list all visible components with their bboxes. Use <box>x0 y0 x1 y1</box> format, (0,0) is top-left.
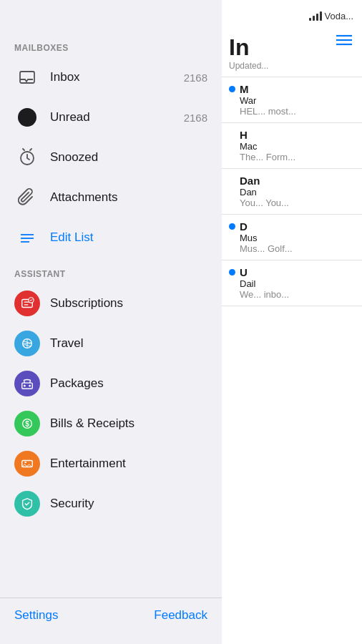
snoozed-label: Snoozed <box>50 150 207 165</box>
email-subject: Mac <box>229 141 355 152</box>
unread-icon <box>14 104 40 130</box>
sidebar-item-edit-list[interactable]: Edit List <box>0 218 222 258</box>
sidebar-item-bills[interactable]: $ Bills & Receipts <box>0 404 222 444</box>
bills-label: Bills & Receipts <box>50 416 207 431</box>
mailboxes-section-label: MAILBOXES <box>0 31 222 57</box>
edit-list-icon <box>14 225 40 250</box>
email-sender: U <box>240 266 248 278</box>
sidebar-item-snoozed[interactable]: Snoozed <box>0 137 222 177</box>
subscriptions-icon <box>14 291 40 316</box>
email-item[interactable]: U Dail We... inbo... <box>222 260 362 306</box>
svg-point-9 <box>24 385 26 387</box>
svg-text:$: $ <box>25 420 29 428</box>
inbox-badge: 2168 <box>184 72 207 84</box>
email-sender: D <box>240 220 248 233</box>
inbox-icon <box>14 64 40 90</box>
email-preview: You... You... <box>229 197 355 208</box>
svg-rect-8 <box>22 383 33 389</box>
subscriptions-label: Subscriptions <box>50 296 207 311</box>
snoozed-icon <box>14 145 40 170</box>
email-item[interactable]: M War HEL... most... <box>222 77 362 123</box>
packages-label: Packages <box>50 376 207 391</box>
email-list: M War HEL... most... H Mac The... Form..… <box>222 77 362 644</box>
attachment-icon <box>14 185 40 210</box>
sidebar-item-unread[interactable]: Unread 2168 <box>0 97 222 137</box>
email-sender: M <box>240 83 249 95</box>
hamburger-menu-icon[interactable] <box>336 34 352 49</box>
packages-icon <box>14 371 40 396</box>
status-bar-left <box>0 0 222 31</box>
email-preview: Mus... Golf... <box>229 243 355 254</box>
feedback-button[interactable]: Feedback <box>154 608 207 623</box>
email-item[interactable]: Dan Dan You... You... <box>222 169 362 215</box>
unread-dot <box>229 86 235 92</box>
sidebar: MAILBOXES Inbox 2168 Unread 2168 Snoozed <box>0 0 222 644</box>
right-panel-subtitle: Updated... <box>229 61 355 71</box>
email-item[interactable]: H Mac The... Form... <box>222 123 362 169</box>
email-preview: The... Form... <box>229 152 355 162</box>
sidebar-item-attachments[interactable]: Attachments <box>0 177 222 218</box>
right-panel: Voda... In Updated... M War HEL... most.… <box>222 0 362 644</box>
assistant-section-label: ASSISTANT <box>0 258 222 283</box>
email-subject: Dan <box>229 187 355 197</box>
unread-dot <box>229 223 235 230</box>
carrier-name: Voda... <box>325 11 353 21</box>
svg-point-10 <box>29 385 31 387</box>
bottom-bar: Settings Feedback <box>0 597 222 644</box>
email-sender: Dan <box>240 175 260 187</box>
sidebar-item-security[interactable]: Security <box>0 484 222 524</box>
inbox-label: Inbox <box>50 70 181 84</box>
email-item[interactable]: D Mus Mus... Golf... <box>222 215 362 260</box>
edit-list-label: Edit List <box>50 230 207 245</box>
attachments-label: Attachments <box>50 190 207 205</box>
email-subject: Mus <box>229 233 355 243</box>
email-sender: H <box>240 129 248 141</box>
email-preview: HEL... most... <box>229 106 355 117</box>
entertainment-label: Entertainment <box>50 457 207 471</box>
right-header: In Updated... <box>222 31 362 77</box>
entertainment-icon <box>14 451 40 477</box>
security-icon <box>14 491 40 517</box>
travel-label: Travel <box>50 336 207 351</box>
security-label: Security <box>50 497 207 511</box>
sidebar-item-subscriptions[interactable]: Subscriptions <box>0 283 222 323</box>
status-bar-right: Voda... <box>222 0 362 31</box>
bills-icon: $ <box>14 411 40 436</box>
svg-rect-14 <box>24 462 26 463</box>
signal-bars-icon <box>309 11 322 21</box>
email-subject: War <box>229 95 355 106</box>
settings-button[interactable]: Settings <box>14 608 58 623</box>
sidebar-item-entertainment[interactable]: Entertainment <box>0 444 222 484</box>
sidebar-item-packages[interactable]: Packages <box>0 364 222 404</box>
travel-icon <box>14 331 40 356</box>
unread-badge: 2168 <box>184 112 207 124</box>
sidebar-item-inbox[interactable]: Inbox 2168 <box>0 57 222 97</box>
email-preview: We... inbo... <box>229 289 355 300</box>
email-subject: Dail <box>229 278 355 289</box>
unread-label: Unread <box>50 110 181 125</box>
sidebar-item-travel[interactable]: Travel <box>0 323 222 364</box>
unread-dot <box>229 269 235 275</box>
